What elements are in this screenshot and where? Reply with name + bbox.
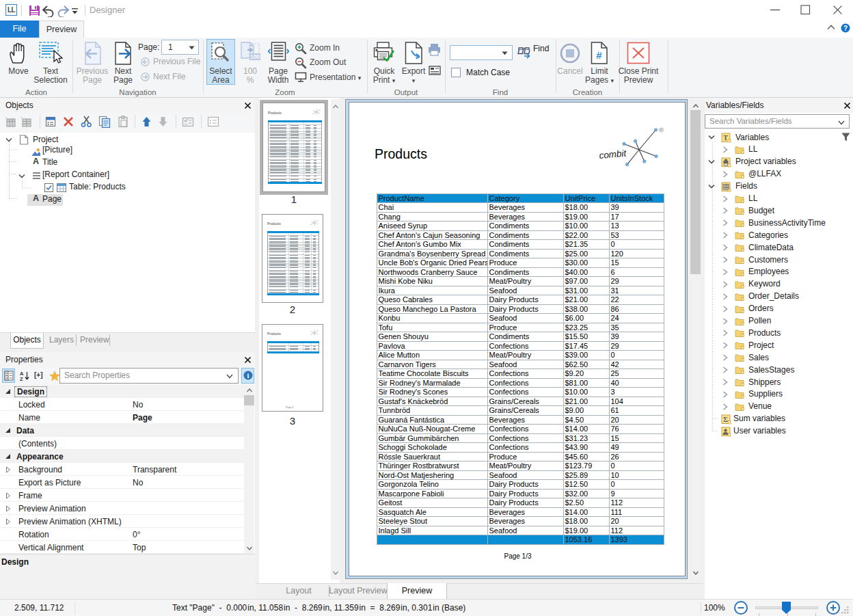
svg-text:?: ?	[843, 25, 848, 32]
svg-text:R: R	[660, 128, 663, 132]
svg-text:i: i	[247, 372, 249, 379]
svg-text:Z: Z	[20, 376, 23, 381]
svg-text:100: 100	[250, 53, 260, 60]
svg-text:Σ: Σ	[723, 416, 728, 423]
svg-text:T: T	[723, 134, 728, 142]
svg-text:combit: combit	[599, 148, 627, 161]
svg-text:#: #	[596, 49, 602, 61]
